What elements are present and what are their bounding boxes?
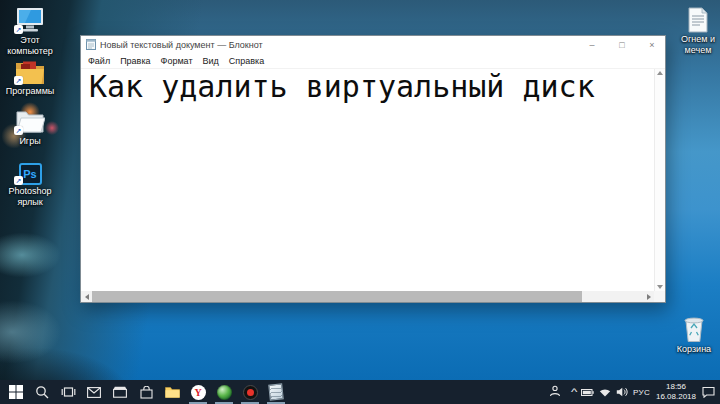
close-button[interactable]: × — [639, 36, 665, 53]
store-app-button[interactable] — [133, 380, 159, 404]
desktop-icon-label: Игры — [19, 136, 40, 147]
desktop-icon-label: Photoshop ярлык — [1, 186, 59, 208]
bottom-scroll-row — [81, 291, 665, 302]
text-file-icon — [687, 7, 709, 33]
desktop-icon-this-pc[interactable]: ↗ Этот компьютер — [1, 6, 59, 57]
menu-item-format[interactable]: Формат — [161, 56, 193, 66]
store-bag-icon — [140, 386, 153, 399]
scroll-left-icon[interactable] — [81, 294, 92, 300]
tray-expand-chevron-icon[interactable]: ^ — [571, 387, 577, 397]
folder-games-icon: ↗ — [14, 107, 46, 135]
taskbar-search-button[interactable] — [29, 380, 55, 404]
movies-tv-app-button[interactable] — [107, 380, 133, 404]
horizontal-scroll-track[interactable] — [92, 291, 643, 302]
green-orb-app-button[interactable] — [211, 380, 237, 404]
shortcut-arrow-icon: ↗ — [14, 76, 23, 85]
yandex-browser-button[interactable]: Y — [185, 380, 211, 404]
document-text: Как удалить виртуальный диск — [89, 69, 595, 104]
photoshop-icon: Ps ↗ — [14, 157, 46, 185]
shortcut-arrow-icon: ↗ — [14, 176, 23, 185]
maximize-button[interactable]: □ — [609, 36, 635, 53]
people-button[interactable] — [549, 383, 561, 401]
desktop-icon-games[interactable]: ↗ Игры — [1, 107, 59, 147]
record-icon — [243, 385, 258, 400]
minimize-button[interactable]: – — [579, 36, 605, 53]
vertical-scrollbar[interactable] — [654, 69, 665, 291]
green-orb-app-icon — [217, 385, 232, 400]
scroll-right-icon[interactable] — [643, 294, 654, 300]
people-icon — [549, 385, 561, 397]
clock-date: 16.08.2018 — [655, 392, 697, 402]
menu-bar: Файл Правка Формат Вид Справка — [81, 53, 665, 69]
taskbar: Y ^ — [0, 380, 720, 404]
menu-item-file[interactable]: Файл — [88, 56, 110, 66]
desktop-icon-label: Программы — [6, 86, 55, 97]
file-explorer-button[interactable] — [159, 380, 185, 404]
language-indicator[interactable]: РУС — [633, 388, 650, 397]
windows-logo-icon — [9, 385, 23, 399]
volume-icon[interactable] — [616, 387, 628, 397]
yandex-browser-icon: Y — [191, 385, 206, 400]
task-view-button[interactable] — [55, 380, 81, 404]
screen-recorder-button[interactable] — [237, 380, 263, 404]
desktop-icon-label: Огнем и мечем — [676, 34, 720, 56]
file-explorer-icon — [165, 386, 180, 398]
desktop-icon-recycle-bin[interactable]: Корзина — [670, 315, 718, 355]
shortcut-arrow-icon: ↗ — [14, 25, 23, 34]
record-dot-icon — [247, 389, 254, 396]
shortcut-arrow-icon: ↗ — [14, 126, 23, 135]
clock-time: 18:56 — [655, 382, 697, 392]
desktop-icon-programs[interactable]: ↗ Программы — [1, 57, 59, 97]
network-icon[interactable] — [599, 388, 611, 397]
mail-icon — [87, 387, 101, 398]
desktop-icon-label: Этот компьютер — [1, 35, 59, 57]
movies-clapper-icon — [113, 386, 127, 398]
start-button[interactable] — [3, 380, 29, 404]
menu-item-edit[interactable]: Правка — [120, 56, 150, 66]
horizontal-scroll-thumb[interactable] — [92, 291, 582, 302]
action-center-icon[interactable] — [702, 386, 715, 398]
notepad-window-icon — [86, 39, 96, 50]
mail-app-button[interactable] — [81, 380, 107, 404]
task-view-icon — [61, 386, 76, 398]
scrollbar-corner — [654, 291, 665, 302]
battery-icon[interactable] — [581, 388, 594, 397]
desktop-icon-fire-and-sword-doc[interactable]: Огнем и мечем — [676, 7, 720, 56]
scroll-down-icon[interactable] — [657, 285, 663, 289]
system-tray: ^ РУС 18:56 16.08.2018 — [549, 382, 720, 402]
recycle-bin-icon — [682, 315, 706, 343]
yandex-letter: Y — [194, 387, 201, 398]
menu-item-help[interactable]: Справка — [229, 56, 264, 66]
notepad-taskbar-button[interactable] — [263, 380, 289, 404]
search-icon — [35, 385, 49, 399]
menu-item-view[interactable]: Вид — [203, 56, 219, 66]
desktop-icon-label: Корзина — [677, 344, 711, 355]
window-title: Новый текстовый документ — Блокнот — [100, 40, 263, 50]
title-bar[interactable]: Новый текстовый документ — Блокнот – □ × — [81, 36, 665, 53]
scroll-up-icon[interactable] — [657, 71, 663, 75]
clock[interactable]: 18:56 16.08.2018 — [655, 382, 697, 402]
folder-programs-icon: ↗ — [14, 57, 46, 85]
desktop: ↗ Этот компьютер ↗ Программы ↗ Игры P — [0, 0, 720, 404]
horizontal-scrollbar[interactable] — [81, 291, 654, 302]
desktop-icon-photoshop[interactable]: Ps ↗ Photoshop ярлык — [1, 157, 59, 208]
computer-icon: ↗ — [14, 6, 46, 34]
notepad-app-icon — [268, 383, 284, 400]
text-editor-area[interactable]: Как удалить виртуальный диск — [81, 69, 665, 291]
notepad-window: Новый текстовый документ — Блокнот – □ ×… — [80, 35, 666, 303]
